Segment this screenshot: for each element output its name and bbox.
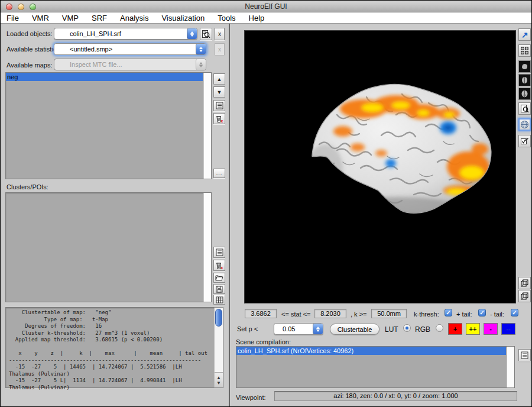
trash-delete-icon: x bbox=[215, 261, 223, 270]
scene-list[interactable]: colin_LH_SPH.srf (NrOfVertices: 40962) bbox=[236, 346, 515, 388]
neuroelf-window: NeuroElf GUI File VMR VMP SRF Analysis V… bbox=[0, 0, 532, 407]
rgb-pos2-swatch[interactable]: ++ bbox=[466, 323, 480, 335]
brain-surface-render bbox=[301, 79, 497, 218]
cluster-save-button[interactable] bbox=[213, 284, 225, 294]
menu-bar: File VMR VMP SRF Analysis Visualization … bbox=[1, 12, 531, 24]
stepper-icon[interactable] bbox=[313, 324, 323, 334]
viewpoint-field[interactable]: azi: 180, zen: 0.0 / xt: 0, yt: 0 / zoom… bbox=[274, 391, 517, 401]
available-statistics-dropdown[interactable]: <untitled.smp> bbox=[54, 43, 206, 55]
clusters-pois-label: Clusters/POIs: bbox=[7, 183, 48, 190]
open-folder-icon bbox=[215, 274, 223, 281]
inspect-object-button[interactable] bbox=[200, 28, 212, 40]
title-bar[interactable]: NeuroElf GUI bbox=[1, 1, 531, 12]
menu-tools[interactable]: Tools bbox=[218, 14, 235, 22]
down-arrow-icon: ▼ bbox=[217, 89, 222, 95]
menu-file[interactable]: File bbox=[7, 14, 19, 22]
k-relation-label: , k >= bbox=[351, 311, 367, 318]
scrollbar-arrows[interactable]: ▲ ▼ bbox=[215, 372, 223, 387]
cube-icon bbox=[520, 292, 529, 301]
clusters-list[interactable] bbox=[5, 192, 212, 302]
k-thresh-checkbox[interactable]: ✓ bbox=[445, 309, 452, 316]
pos-tail-checkbox[interactable]: ✓ bbox=[478, 309, 486, 316]
p-value: 0.05 bbox=[283, 325, 313, 332]
loaded-objects-dropdown[interactable]: colin_LH_SPH.srf bbox=[54, 28, 197, 40]
close-object-button[interactable]: x bbox=[215, 28, 225, 40]
map-properties-button[interactable] bbox=[213, 100, 225, 111]
surface-render-canvas[interactable] bbox=[244, 30, 516, 303]
scene-list-item[interactable]: colin_LH_SPH.srf (NrOfVertices: 40962) bbox=[236, 347, 506, 355]
menu-analysis[interactable]: Analysis bbox=[120, 14, 148, 22]
inspect-surface-button[interactable] bbox=[518, 102, 531, 115]
scene-scrollbar[interactable] bbox=[507, 347, 514, 387]
cube-view-button-2[interactable] bbox=[518, 290, 531, 302]
menu-vmp[interactable]: VMP bbox=[62, 14, 79, 22]
trash-delete-icon: x bbox=[215, 115, 223, 123]
list-properties-icon bbox=[216, 102, 223, 109]
pos-tail-label: + tail: bbox=[456, 311, 472, 318]
lut-radio[interactable] bbox=[403, 324, 411, 332]
axial-view-button[interactable] bbox=[518, 88, 531, 100]
surface-view-button[interactable] bbox=[518, 118, 531, 131]
stat-relation-label: <= stat <= bbox=[281, 311, 311, 318]
loaded-objects-value: colin_LH_SPH.srf bbox=[70, 30, 187, 37]
multiview-button[interactable] bbox=[518, 44, 531, 57]
up-arrow-icon: ▲ bbox=[217, 76, 222, 82]
loaded-objects-label: Loaded objects: bbox=[7, 30, 53, 37]
grid-table-icon bbox=[216, 296, 223, 303]
scroll-up-icon[interactable]: ▲ bbox=[216, 375, 221, 380]
scene-properties-button[interactable] bbox=[518, 349, 531, 361]
clusters-scrollbar[interactable] bbox=[203, 193, 211, 302]
available-maps-label: Available maps: bbox=[7, 62, 52, 69]
menu-visualization[interactable]: Visualization bbox=[161, 14, 205, 22]
rgb-radio[interactable] bbox=[436, 324, 443, 332]
svg-text:x: x bbox=[221, 266, 223, 270]
checkbox-edit-icon bbox=[520, 137, 529, 146]
scene-compilation-label: Scene compilation: bbox=[236, 338, 291, 345]
map-delete-button[interactable]: x bbox=[213, 113, 225, 124]
svg-text:x: x bbox=[221, 119, 223, 123]
map-list-item[interactable]: neg bbox=[6, 73, 203, 81]
cube-view-button-1[interactable] bbox=[518, 277, 531, 289]
clustertable-button[interactable]: Clustertable bbox=[330, 324, 379, 335]
available-maps-placeholder: Inspect MTC file... bbox=[70, 61, 196, 68]
map-move-up-button[interactable]: ▲ bbox=[213, 73, 225, 85]
rgb-neg2-swatch[interactable]: -- bbox=[501, 323, 515, 335]
neg-tail-checkbox[interactable]: ✓ bbox=[511, 309, 518, 316]
map-move-down-button[interactable]: ▼ bbox=[213, 86, 225, 98]
coronal-view-button[interactable] bbox=[518, 74, 531, 86]
rgb-neg1-swatch[interactable]: - bbox=[484, 323, 498, 335]
cube-icon bbox=[520, 279, 529, 288]
menu-vmr[interactable]: VMR bbox=[32, 14, 49, 22]
lut-label: LUT bbox=[385, 325, 398, 334]
close-statistics-button: x bbox=[215, 43, 225, 56]
maps-scrollbar[interactable] bbox=[203, 73, 211, 179]
p-value-dropdown[interactable]: 0.05 bbox=[274, 323, 323, 335]
output-scrollbar[interactable]: ▲ ▼ bbox=[214, 308, 223, 387]
axial-slice-icon bbox=[520, 89, 529, 98]
map-more-button[interactable]: ... bbox=[213, 169, 225, 178]
maps-list[interactable]: neg bbox=[5, 72, 212, 179]
clustertable-text: Clustertable of map: "neg" Type of map: … bbox=[6, 308, 223, 391]
menu-help[interactable]: Help bbox=[249, 14, 265, 22]
list-properties-icon bbox=[216, 248, 223, 256]
neg-tail-label: - tail: bbox=[490, 311, 504, 318]
scrollbar-thumb[interactable] bbox=[215, 309, 222, 327]
scroll-down-icon[interactable]: ▼ bbox=[216, 380, 221, 386]
k-value-field[interactable]: 50.0mm bbox=[371, 309, 407, 318]
cluster-table-button[interactable] bbox=[213, 295, 225, 305]
sagittal-view-button[interactable] bbox=[518, 60, 531, 73]
cluster-delete-button[interactable]: x bbox=[213, 260, 225, 271]
stepper-icon[interactable] bbox=[196, 44, 206, 54]
stepper-icon[interactable] bbox=[187, 28, 197, 39]
undock-view-button[interactable]: ↗ bbox=[518, 28, 531, 41]
menu-srf[interactable]: SRF bbox=[92, 14, 107, 22]
clustertable-output[interactable]: Clustertable of map: "neg" Type of map: … bbox=[5, 307, 223, 388]
stat-max-field[interactable]: 8.2030 bbox=[314, 309, 346, 318]
rgb-pos1-swatch[interactable]: + bbox=[448, 323, 462, 335]
render-options-button[interactable] bbox=[518, 135, 531, 147]
cluster-properties-button[interactable] bbox=[213, 247, 225, 258]
cluster-open-button[interactable] bbox=[213, 273, 225, 283]
k-thresh-label: k-thresh: bbox=[414, 311, 439, 318]
stat-min-field[interactable]: 3.6862 bbox=[245, 309, 277, 318]
arrow-up-right-icon: ↗ bbox=[521, 31, 528, 39]
